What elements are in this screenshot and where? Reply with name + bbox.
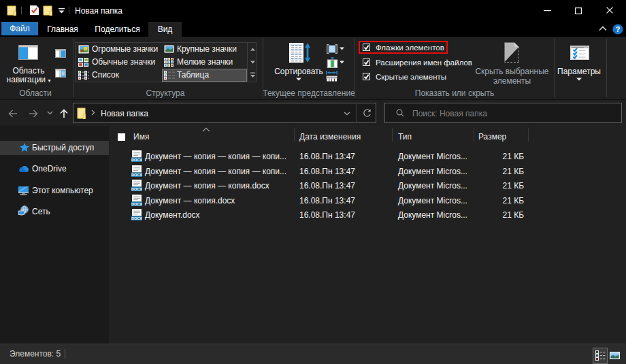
svg-text:DOCX: DOCX xyxy=(131,201,142,205)
svg-text:DOCX: DOCX xyxy=(131,216,142,220)
svg-text:DOCX: DOCX xyxy=(131,187,142,191)
svg-text:DOCX: DOCX xyxy=(131,158,142,162)
svg-text:DOCX: DOCX xyxy=(131,172,142,176)
svg-text:?: ? xyxy=(615,25,620,33)
